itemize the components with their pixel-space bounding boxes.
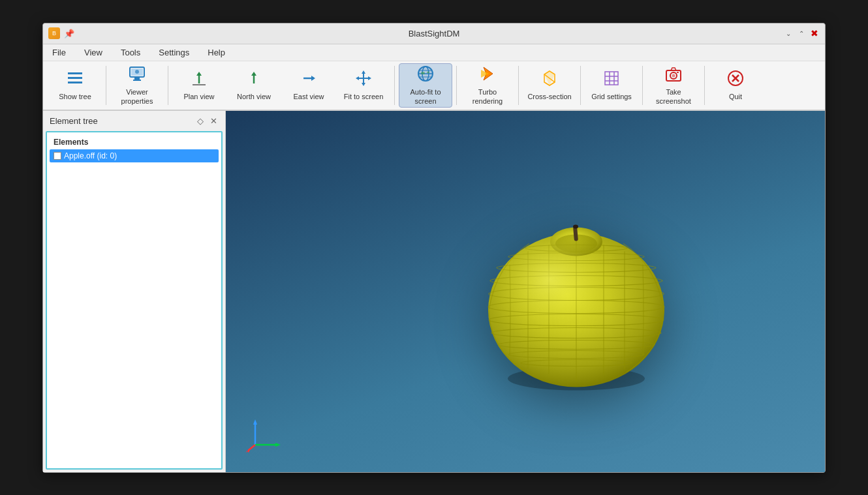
svg-marker-65 — [253, 419, 257, 425]
plan-view-button[interactable]: Plan view — [172, 63, 226, 108]
minimize-button[interactable]: ⌄ — [783, 28, 794, 38]
separator-6 — [580, 66, 581, 105]
menu-view[interactable]: View — [80, 46, 106, 59]
svg-marker-17 — [362, 83, 365, 86]
toolbar: Show tree Viewer properties — [43, 61, 825, 111]
svg-rect-1 — [68, 77, 82, 79]
svg-marker-12 — [251, 72, 256, 76]
tree-header: Elements — [50, 135, 219, 149]
menu-settings[interactable]: Settings — [155, 46, 193, 59]
viewport[interactable] — [226, 111, 825, 472]
cross-section-icon — [540, 69, 559, 90]
turbo-rendering-button[interactable]: Turbo rendering — [461, 63, 514, 108]
title-bar-controls: ⌄ ⌃ ✖ — [783, 28, 820, 38]
svg-point-7 — [135, 70, 139, 74]
main-content: Element tree ◇ ✕ Elements Apple.off (id:… — [43, 111, 825, 472]
quit-label: Quit — [729, 93, 742, 101]
globe-icon — [416, 65, 435, 85]
apple-model — [451, 173, 699, 410]
tree-item[interactable]: Apple.off (id: 0) — [50, 149, 219, 162]
main-window: B 📌 BlastSightDM ⌄ ⌃ ✖ File View Tools S… — [42, 23, 826, 473]
svg-point-63 — [573, 224, 578, 228]
svg-marker-69 — [246, 448, 251, 453]
east-view-label: East view — [293, 93, 324, 101]
svg-marker-20 — [368, 76, 371, 80]
tree-container: Elements Apple.off (id: 0) — [46, 131, 223, 470]
north-view-label: North view — [237, 93, 271, 101]
separator-3 — [394, 66, 395, 105]
svg-rect-0 — [68, 72, 82, 74]
separator-5 — [518, 66, 519, 105]
grid-settings-button[interactable]: Grid settings — [585, 63, 638, 108]
svg-rect-4 — [134, 78, 140, 80]
cross-section-button[interactable]: Cross-section — [523, 63, 576, 108]
grid-icon — [602, 69, 621, 90]
apple-svg — [451, 173, 699, 408]
east-view-button[interactable]: East view — [282, 63, 335, 108]
menu-file[interactable]: File — [48, 46, 70, 59]
svg-rect-34 — [605, 72, 618, 85]
element-tree-panel: Element tree ◇ ✕ Elements Apple.off (id:… — [43, 111, 226, 472]
panel-close-button[interactable]: ✕ — [209, 116, 219, 126]
svg-rect-42 — [677, 72, 679, 73]
plan-view-label: Plan view — [183, 93, 214, 101]
app-icon: B — [48, 27, 60, 39]
maximize-button[interactable]: ⌃ — [796, 28, 807, 38]
east-view-icon — [300, 69, 318, 90]
tree-item-label: Apple.off (id: 0) — [64, 151, 117, 160]
separator-2 — [168, 66, 168, 105]
monitor-icon — [128, 65, 146, 85]
fit-to-screen-label: Fit to screen — [344, 93, 384, 101]
viewer-properties-label: Viewer properties — [113, 88, 161, 105]
axes-indicator — [245, 415, 285, 457]
quit-icon — [726, 69, 745, 90]
fit-icon — [354, 69, 373, 90]
separator-8 — [704, 66, 705, 105]
turbo-rendering-label: Turbo rendering — [463, 88, 512, 105]
svg-point-41 — [672, 74, 675, 78]
fit-to-screen-button[interactable]: Fit to screen — [337, 63, 390, 108]
menu-tools[interactable]: Tools — [117, 46, 144, 59]
viewport-canvas — [226, 111, 825, 472]
panel-header-controls: ◇ ✕ — [196, 116, 219, 126]
window-title: BlastSightDM — [409, 29, 460, 38]
svg-marker-9 — [196, 72, 202, 76]
svg-marker-14 — [311, 76, 315, 81]
grid-settings-label: Grid settings — [591, 93, 632, 101]
panel-header: Element tree ◇ ✕ — [46, 113, 223, 128]
quit-button[interactable]: Quit — [709, 63, 762, 108]
svg-rect-2 — [68, 82, 82, 83]
plan-view-icon — [190, 69, 208, 90]
svg-marker-67 — [275, 443, 281, 447]
take-screenshot-label: Take screenshot — [649, 88, 698, 105]
pin-icon: 📌 — [64, 29, 74, 38]
separator-4 — [456, 66, 457, 105]
svg-point-27 — [421, 72, 425, 74]
svg-point-28 — [427, 72, 429, 74]
auto-fit-label: Auto-fit to screen — [402, 88, 449, 105]
svg-marker-19 — [356, 76, 359, 80]
show-tree-label: Show tree — [59, 93, 91, 101]
cross-section-label: Cross-section — [527, 93, 571, 101]
panel-title: Element tree — [50, 116, 98, 126]
panel-detach-button[interactable]: ◇ — [196, 116, 205, 126]
title-bar-left: B 📌 — [48, 27, 74, 39]
menu-help[interactable]: Help — [204, 46, 229, 59]
menu-bar: File View Tools Settings Help — [43, 44, 825, 61]
camera-icon — [664, 65, 683, 85]
show-tree-button[interactable]: Show tree — [48, 63, 102, 108]
auto-fit-button[interactable]: Auto-fit to screen — [399, 63, 452, 108]
svg-point-26 — [418, 67, 433, 81]
list-icon — [66, 69, 84, 90]
north-view-icon — [245, 69, 263, 90]
tree-item-checkbox[interactable] — [54, 152, 61, 160]
turbo-icon — [478, 65, 497, 85]
svg-marker-16 — [362, 70, 365, 74]
close-button[interactable]: ✖ — [809, 28, 820, 38]
viewer-properties-button[interactable]: Viewer properties — [110, 63, 164, 108]
take-screenshot-button[interactable]: Take screenshot — [647, 63, 700, 108]
title-bar: B 📌 BlastSightDM ⌄ ⌃ ✖ — [43, 23, 825, 44]
svg-rect-5 — [133, 80, 141, 81]
separator-1 — [106, 66, 106, 105]
north-view-button[interactable]: North view — [227, 63, 281, 108]
